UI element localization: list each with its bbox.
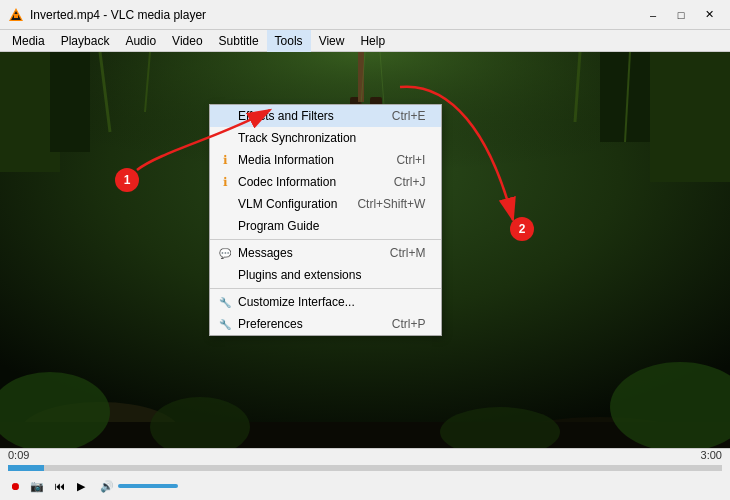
time-display: 0:09 3:00 <box>0 449 730 461</box>
vlc-logo-icon <box>8 7 24 23</box>
separator-1 <box>210 239 441 240</box>
svg-rect-6 <box>50 52 90 152</box>
menu-audio[interactable]: Audio <box>117 30 164 52</box>
menu-item-messages[interactable]: 💬 Messages Ctrl+M <box>210 242 441 264</box>
customize-label: Customize Interface... <box>238 295 355 309</box>
menu-item-customize[interactable]: 🔧 Customize Interface... <box>210 291 441 313</box>
track-sync-icon <box>218 131 232 145</box>
current-time: 0:09 <box>8 449 29 461</box>
menu-bar: Media Playback Audio Video Subtitle Tool… <box>0 30 730 52</box>
menu-item-track-sync[interactable]: Track Synchronization <box>210 127 441 149</box>
messages-icon: 💬 <box>218 246 232 260</box>
separator-2 <box>210 288 441 289</box>
window-controls: – □ ✕ <box>640 5 722 25</box>
menu-view[interactable]: View <box>311 30 353 52</box>
svg-rect-2 <box>14 14 18 18</box>
menu-item-vlm[interactable]: VLM Configuration Ctrl+Shift+W <box>210 193 441 215</box>
effects-shortcut: Ctrl+E <box>372 109 426 123</box>
menu-item-preferences[interactable]: 🔧 Preferences Ctrl+P <box>210 313 441 335</box>
codec-info-label: Codec Information <box>238 175 336 189</box>
progress-fill <box>8 465 44 471</box>
record-button[interactable]: ⏺ <box>4 476 26 496</box>
total-time: 3:00 <box>701 449 722 461</box>
progress-bar[interactable] <box>8 465 722 471</box>
close-button[interactable]: ✕ <box>696 5 722 25</box>
controls-row: ⏺ 📷 ⏮ ▶ 🔊 <box>0 475 730 497</box>
vlm-icon <box>218 197 232 211</box>
menu-media[interactable]: Media <box>4 30 53 52</box>
menu-tools[interactable]: Tools <box>267 30 311 52</box>
preferences-label: Preferences <box>238 317 303 331</box>
media-info-shortcut: Ctrl+I <box>376 153 425 167</box>
vlm-label: VLM Configuration <box>238 197 337 211</box>
play-button[interactable]: ▶ <box>70 476 92 496</box>
annotation-1: 1 <box>115 168 139 192</box>
customize-icon: 🔧 <box>218 295 232 309</box>
messages-shortcut: Ctrl+M <box>370 246 426 260</box>
menu-subtitle[interactable]: Subtitle <box>211 30 267 52</box>
tools-dropdown-menu: Effects and Filters Ctrl+E Track Synchro… <box>209 104 442 336</box>
menu-help[interactable]: Help <box>352 30 393 52</box>
menu-playback[interactable]: Playback <box>53 30 118 52</box>
maximize-button[interactable]: □ <box>668 5 694 25</box>
bottom-controls: 0:09 3:00 ⏺ 📷 ⏮ ▶ 🔊 <box>0 448 730 500</box>
codec-info-icon: ℹ <box>218 175 232 189</box>
menu-item-effects[interactable]: Effects and Filters Ctrl+E <box>210 105 441 127</box>
media-info-icon: ℹ <box>218 153 232 167</box>
menu-item-codec-info[interactable]: ℹ Codec Information Ctrl+J <box>210 171 441 193</box>
program-guide-icon <box>218 219 232 233</box>
title-bar: Inverted.mp4 - VLC media player – □ ✕ <box>0 0 730 30</box>
window-title: Inverted.mp4 - VLC media player <box>30 8 206 22</box>
plugins-icon <box>218 268 232 282</box>
frame-back-button[interactable]: ⏮ <box>48 476 70 496</box>
vlm-shortcut: Ctrl+Shift+W <box>337 197 425 211</box>
effects-label: Effects and Filters <box>238 109 334 123</box>
preferences-icon: 🔧 <box>218 317 232 331</box>
video-area: 1 2 Effects and Filters Ctrl+E T <box>0 52 730 448</box>
messages-label: Messages <box>238 246 293 260</box>
volume-icon: 🔊 <box>100 480 114 493</box>
snapshot-button[interactable]: 📷 <box>26 476 48 496</box>
menu-video[interactable]: Video <box>164 30 210 52</box>
menu-item-plugins[interactable]: Plugins and extensions <box>210 264 441 286</box>
program-guide-label: Program Guide <box>238 219 319 233</box>
media-info-label: Media Information <box>238 153 334 167</box>
codec-info-shortcut: Ctrl+J <box>374 175 426 189</box>
volume-area: 🔊 <box>100 480 178 493</box>
minimize-button[interactable]: – <box>640 5 666 25</box>
plugins-label: Plugins and extensions <box>238 268 361 282</box>
title-bar-left: Inverted.mp4 - VLC media player <box>8 7 206 23</box>
volume-slider[interactable] <box>118 484 178 488</box>
menu-item-media-info[interactable]: ℹ Media Information Ctrl+I <box>210 149 441 171</box>
svg-rect-7 <box>650 52 730 182</box>
menu-item-program-guide[interactable]: Program Guide <box>210 215 441 237</box>
track-sync-label: Track Synchronization <box>238 131 356 145</box>
effects-icon <box>218 109 232 123</box>
annotation-2: 2 <box>510 217 534 241</box>
preferences-shortcut: Ctrl+P <box>372 317 426 331</box>
